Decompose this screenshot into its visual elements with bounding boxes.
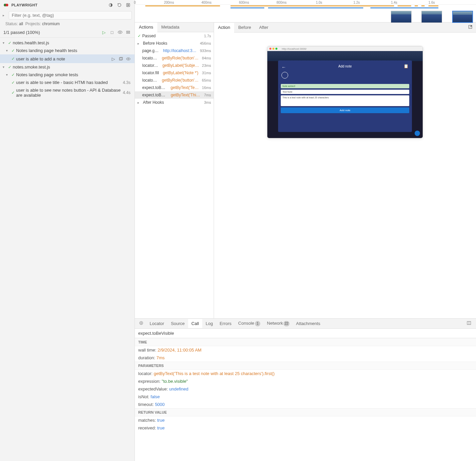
traffic-green-icon bbox=[275, 48, 277, 50]
call-name: expect.toBeVisible bbox=[135, 329, 476, 338]
action-step[interactable]: locator.click getByRole('button', { nam…… bbox=[135, 77, 214, 84]
timeline[interactable]: 0 200ms 400ms 600ms 800ms 1.0s 1.2s 1.4s… bbox=[135, 0, 476, 22]
chevron-right-icon: ▸ bbox=[138, 42, 142, 45]
subject-value: Test Note bbox=[281, 90, 409, 94]
tree-suite[interactable]: ▾ ✓ Notes landing page smoke tests bbox=[0, 71, 135, 79]
param-isnot: isNot: false bbox=[135, 393, 476, 401]
param-expression: expression: "to.be.visible" bbox=[135, 377, 476, 385]
tab-attachments[interactable]: Attachments bbox=[293, 319, 324, 328]
action-hook[interactable]: ▸ After Hooks 3ms bbox=[135, 99, 214, 106]
timeline-ruler: 0 200ms 400ms 600ms 800ms 1.0s 1.2s 1.4s… bbox=[135, 0, 476, 5]
test-name: user is able to see new notes button - A… bbox=[16, 88, 121, 98]
network-badge: 22 bbox=[283, 321, 289, 326]
section-time: TIME bbox=[135, 338, 476, 346]
tree-test[interactable]: ✓ user is able to see new notes button -… bbox=[0, 86, 135, 99]
timeline-thumb-active[interactable] bbox=[452, 11, 473, 23]
watch-test-icon[interactable] bbox=[125, 56, 131, 62]
status-value[interactable]: all bbox=[19, 21, 23, 26]
pass-icon: ✓ bbox=[138, 34, 141, 38]
tree-test[interactable]: ✓ user is able to see title - basic HTMl… bbox=[0, 79, 135, 86]
chevron-right-icon: ▸ bbox=[138, 101, 142, 104]
chevron-down-icon: ▾ bbox=[6, 49, 10, 52]
file-name: notes.health.test.js bbox=[13, 40, 49, 45]
app-body: ← Add note 📋 Note added! Test Note This … bbox=[267, 51, 423, 138]
action-passed[interactable]: ✓ Passed 1.7s bbox=[135, 32, 214, 40]
action-step[interactable]: locator.fill getByLabel('Subject') 23ms bbox=[135, 62, 214, 69]
filter-input[interactable] bbox=[9, 11, 132, 19]
tab-call[interactable]: Call bbox=[188, 319, 202, 328]
tab-actions[interactable]: Actions bbox=[135, 22, 157, 32]
test-name: user is able to see title - basic HTMl h… bbox=[16, 80, 108, 85]
svg-rect-7 bbox=[126, 33, 129, 33]
tree-test[interactable]: ✓ user is able to add a note ▷ bbox=[0, 54, 135, 63]
tab-source[interactable]: Source bbox=[167, 319, 188, 328]
action-step[interactable]: page.goto http://localhost:3000 933ms bbox=[135, 47, 214, 54]
filter-expand-icon[interactable]: ▸ bbox=[3, 13, 7, 17]
action-step[interactable]: locator.click getByRole('button', { nam…… bbox=[135, 54, 214, 62]
reload-icon[interactable] bbox=[116, 2, 122, 8]
suite-name: Notes landing page health tests bbox=[16, 48, 77, 53]
collapse-icon[interactable] bbox=[125, 29, 131, 35]
pick-locator-icon[interactable] bbox=[136, 319, 146, 328]
browser-chrome: http://localhost:3000/ bbox=[267, 46, 423, 51]
action-step-selected[interactable]: expect.toBeVisible getByText('This is a … bbox=[135, 91, 214, 99]
show-trace-icon[interactable] bbox=[118, 56, 124, 62]
status-row: Status: all Projects: chromium bbox=[0, 20, 135, 27]
tab-log[interactable]: Log bbox=[202, 319, 216, 328]
tree-file[interactable]: ▾ ✓ notes.smoke.test.js bbox=[0, 63, 135, 71]
projects-value[interactable]: chromium bbox=[42, 21, 60, 26]
preview-panel: Action Before After http://localhost:300… bbox=[214, 22, 476, 318]
tab-network[interactable]: Network22 bbox=[264, 319, 293, 328]
run-all-icon[interactable]: ▷ bbox=[101, 29, 107, 35]
timeline-thumb[interactable] bbox=[421, 11, 442, 23]
split-view-icon[interactable] bbox=[463, 319, 475, 328]
run-last-icon[interactable] bbox=[125, 2, 131, 8]
action-step[interactable]: expect.toBeVisible getByText('Test Not… … bbox=[135, 84, 214, 91]
action-hook[interactable]: ▸ Before Hooks 456ms bbox=[135, 40, 214, 47]
pass-icon: ✓ bbox=[8, 65, 11, 70]
tab-after[interactable]: After bbox=[255, 23, 272, 32]
svg-point-10 bbox=[127, 58, 128, 59]
trace-panel: 0 200ms 400ms 600ms 800ms 1.0s 1.2s 1.4s… bbox=[135, 0, 476, 461]
action-list: ✓ Passed 1.7s ▸ Before Hooks 456ms page.… bbox=[135, 32, 214, 318]
traffic-yellow-icon bbox=[272, 48, 274, 50]
file-name: notes.smoke.test.js bbox=[13, 64, 50, 70]
theme-toggle-icon[interactable] bbox=[108, 2, 114, 8]
test-list-panel: PLAYWRIGHT ▸ Status: all Projects: chrom… bbox=[0, 0, 135, 461]
param-locator: locator: getByText('This is a test note … bbox=[135, 370, 476, 377]
modal-title: Add note bbox=[278, 64, 412, 68]
section-parameters: PARAMETERS bbox=[135, 362, 476, 370]
tab-metadata[interactable]: Metadata bbox=[157, 22, 183, 32]
pass-icon: ✓ bbox=[11, 48, 15, 53]
tab-before[interactable]: Before bbox=[234, 23, 255, 32]
tree-suite[interactable]: ▾ ✓ Notes landing page health tests bbox=[0, 47, 135, 54]
summary-text: 1/1 passed (100%) bbox=[3, 30, 101, 35]
tab-errors[interactable]: Errors bbox=[216, 319, 235, 328]
pass-icon: ✓ bbox=[11, 80, 15, 85]
success-banner: Note added! bbox=[281, 84, 409, 88]
chevron-down-icon: ▾ bbox=[3, 41, 7, 45]
tab-console[interactable]: Console1 bbox=[235, 319, 264, 328]
watch-icon[interactable] bbox=[117, 29, 123, 35]
run-test-icon[interactable]: ▷ bbox=[110, 56, 116, 62]
pass-icon: ✓ bbox=[8, 41, 11, 45]
svg-point-5 bbox=[119, 32, 121, 33]
action-step[interactable]: locator.fill getByLabel('Note *') 31ms bbox=[135, 69, 214, 77]
console-badge: 1 bbox=[255, 321, 260, 326]
brand-label: PLAYWRIGHT bbox=[11, 3, 105, 7]
section-return: RETURN VALUE bbox=[135, 408, 476, 416]
pass-icon: ✓ bbox=[11, 56, 15, 61]
popout-icon[interactable] bbox=[465, 22, 476, 32]
tab-locator[interactable]: Locator bbox=[146, 319, 167, 328]
chevron-down-icon: ▾ bbox=[3, 65, 7, 69]
preview-body: http://localhost:3000/ ← Add note 📋 bbox=[214, 33, 476, 318]
stop-icon[interactable]: □ bbox=[109, 29, 115, 35]
call-details: expect.toBeVisible TIME wall time: 2/9/2… bbox=[135, 329, 476, 461]
filter-row: ▸ bbox=[0, 10, 135, 20]
test-tree: ▾ ✓ notes.health.test.js ▾ ✓ Notes landi… bbox=[0, 38, 135, 461]
tree-file[interactable]: ▾ ✓ notes.health.test.js bbox=[0, 39, 135, 47]
duration-row: duration: 7ms bbox=[135, 354, 476, 362]
timeline-thumb[interactable] bbox=[391, 11, 412, 23]
tab-action[interactable]: Action bbox=[214, 23, 234, 33]
svg-point-12 bbox=[140, 321, 143, 324]
